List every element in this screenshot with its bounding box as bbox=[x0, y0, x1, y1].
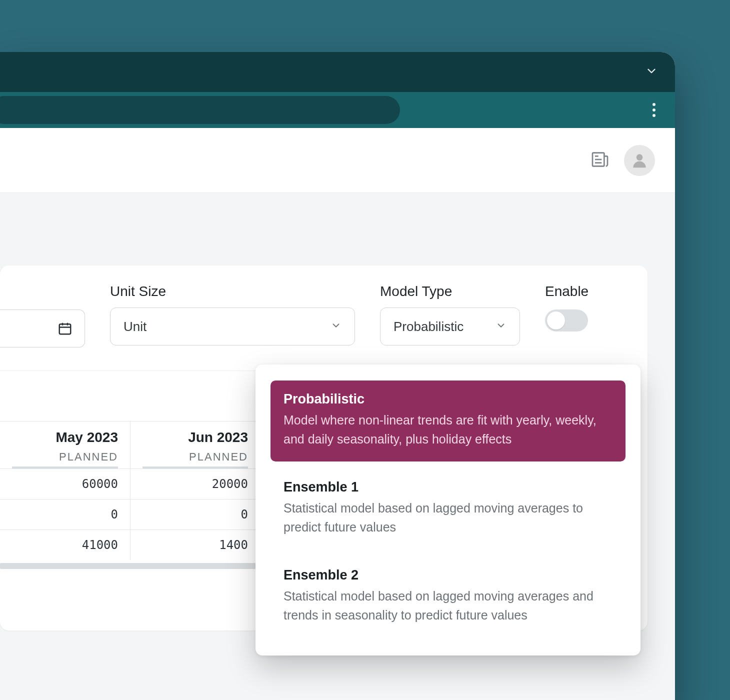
unit-size-select[interactable]: Unit bbox=[110, 308, 355, 346]
chevron-down-icon bbox=[496, 319, 506, 334]
app-header bbox=[0, 128, 675, 193]
model-option-probabilistic[interactable]: Probabilistic Model where non-linear tre… bbox=[270, 380, 626, 462]
model-type-select[interactable]: Probabilistic bbox=[380, 308, 520, 346]
chevron-down-icon bbox=[330, 319, 342, 334]
model-type-dropdown: Probabilistic Model where non-linear tre… bbox=[256, 364, 640, 656]
page-body: Unit Size Unit Model Type Probabilistic bbox=[0, 193, 675, 700]
model-option-ensemble-2[interactable]: Ensemble 2 Statistical model based on la… bbox=[270, 556, 626, 638]
model-option-ensemble-1[interactable]: Ensemble 1 Statistical model based on la… bbox=[270, 468, 626, 550]
window-titlebar bbox=[0, 52, 675, 92]
avatar[interactable] bbox=[624, 145, 655, 176]
option-desc: Model where non-linear trends are fit wi… bbox=[284, 411, 612, 448]
news-icon[interactable] bbox=[590, 150, 610, 172]
enable-label: Enable bbox=[545, 284, 588, 300]
column-header-month: May 2023 bbox=[12, 430, 118, 450]
enable-field: Enable bbox=[545, 284, 588, 332]
more-menu-icon[interactable] bbox=[645, 101, 663, 119]
toggle-knob bbox=[547, 312, 565, 330]
filters-row: Unit Size Unit Model Type Probabilistic bbox=[0, 284, 628, 348]
browser-tabbar bbox=[0, 92, 675, 128]
unit-size-value: Unit bbox=[124, 319, 146, 334]
option-name: Ensemble 1 bbox=[284, 480, 612, 495]
table-cell[interactable]: 41000 bbox=[0, 530, 130, 560]
column-header-month: Jun 2023 bbox=[142, 430, 248, 450]
column-header-sub: PLANNED bbox=[12, 450, 118, 468]
model-type-value: Probabilistic bbox=[394, 319, 464, 334]
filters-card: Unit Size Unit Model Type Probabilistic bbox=[0, 266, 648, 630]
active-tab-pill[interactable] bbox=[0, 96, 400, 124]
chevron-down-icon[interactable] bbox=[645, 64, 658, 80]
model-type-field: Model Type Probabilistic bbox=[380, 284, 520, 346]
svg-point-4 bbox=[636, 154, 643, 160]
option-name: Probabilistic bbox=[284, 392, 612, 407]
app-window: Unit Size Unit Model Type Probabilistic bbox=[0, 52, 675, 700]
table-cell[interactable]: 1400 bbox=[130, 530, 260, 560]
model-type-label: Model Type bbox=[380, 284, 520, 300]
table-cell[interactable]: 60000 bbox=[0, 468, 130, 499]
option-name: Ensemble 2 bbox=[284, 568, 612, 583]
date-picker[interactable] bbox=[0, 310, 85, 348]
option-desc: Statistical model based on lagged moving… bbox=[284, 499, 612, 536]
svg-rect-5 bbox=[60, 324, 71, 334]
column-header-sub: PLANNED bbox=[142, 450, 248, 468]
option-desc: Statistical model based on lagged moving… bbox=[284, 587, 612, 624]
enable-toggle[interactable] bbox=[545, 310, 588, 332]
unit-size-label: Unit Size bbox=[110, 284, 355, 300]
table-cell[interactable]: 0 bbox=[130, 499, 260, 530]
table-cell[interactable]: 0 bbox=[0, 499, 130, 530]
table-cell[interactable]: 20000 bbox=[130, 468, 260, 499]
unit-size-field: Unit Size Unit bbox=[110, 284, 355, 346]
